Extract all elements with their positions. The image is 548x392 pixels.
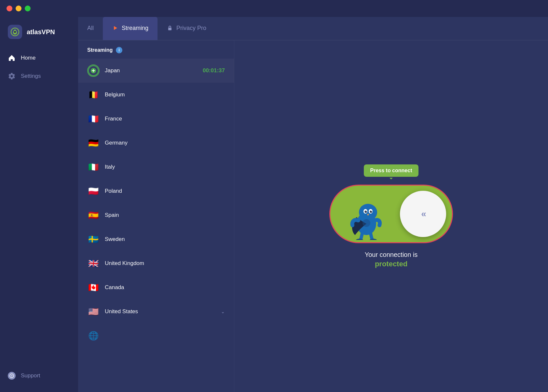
play-icon [112,25,118,31]
section-title: Streaming [87,47,113,53]
server-item-spain[interactable]: 🇪🇸 Spain [78,203,234,227]
knob-arrows-icon: « [421,209,425,219]
sidebar-item-support[interactable]: ? Support [8,367,70,384]
server-name-poland: Poland [105,188,225,194]
server-name-united-kingdom: United Kingdom [105,260,225,267]
tab-all-label: All [87,25,94,32]
server-item-more[interactable]: 🌐 [78,324,234,348]
server-name-sweden: Sweden [105,236,225,243]
tab-bar: All Streaming [78,17,548,40]
connection-status-line1: Your connection is [365,251,418,259]
minimize-button[interactable] [16,6,21,11]
app-body: atlasVPN Home [0,17,548,392]
title-bar [0,0,548,17]
app-window: atlasVPN Home [0,0,548,392]
server-item-japan[interactable]: Japan 00:01:37 [78,59,234,83]
toggle-knob: « [400,191,446,237]
logo-area: atlasVPN [0,25,78,49]
server-item-france[interactable]: 🇫🇷 France [78,107,234,131]
sidebar-item-home[interactable]: Home [0,49,78,66]
main-content: All Streaming [78,17,548,392]
server-name-japan: Japan [105,67,198,74]
sidebar-bottom: ? Support [0,367,78,384]
sidebar-item-settings-label: Settings [21,73,41,79]
logo-icon [8,25,22,39]
server-item-belgium[interactable]: 🇧🇪 Belgium [78,83,234,107]
maximize-button[interactable] [25,6,31,11]
tab-streaming-label: Streaming [122,25,148,32]
section-header: Streaming i [78,47,234,59]
svg-point-1 [14,31,16,33]
server-item-italy[interactable]: 🇮🇹 Italy [78,155,234,179]
chevron-down-icon: ⌄ [221,309,225,314]
right-panel: Press to connect [234,40,548,392]
tab-privacy-pro[interactable]: Privacy Pro [158,17,215,40]
lock-icon [167,25,173,31]
connection-status: Your connection is protected [365,251,418,268]
connected-indicator [87,64,100,77]
tab-privacy-pro-label: Privacy Pro [176,25,206,32]
mascot-area [336,186,400,242]
sidebar: atlasVPN Home [0,17,78,392]
server-name-united-states: United States [105,308,216,315]
server-name-germany: Germany [105,140,225,146]
server-name-belgium: Belgium [105,91,225,98]
server-name-france: France [105,116,225,122]
sidebar-item-home-label: Home [21,55,35,61]
flag-spain: 🇪🇸 [87,209,100,221]
flag-poland: 🇵🇱 [87,185,100,197]
flag-canada: 🇨🇦 [87,281,100,294]
content-split: Streaming i [78,40,548,392]
home-icon [8,54,16,62]
server-list-panel[interactable]: Streaming i [78,40,234,392]
connect-tooltip: Press to connect [364,164,419,177]
svg-point-18 [366,210,366,211]
svg-text:?: ? [11,374,13,378]
server-name-canada: Canada [105,284,225,291]
flag-sweden: 🇸🇪 [87,233,100,245]
server-item-united-kingdom[interactable]: 🇬🇧 United Kingdom [78,251,234,275]
flag-italy: 🇮🇹 [87,161,100,173]
support-icon: ? [8,372,16,380]
flag-france: 🇫🇷 [87,113,100,125]
tab-all[interactable]: All [78,17,103,40]
sidebar-item-settings[interactable]: Settings [0,68,78,85]
tab-streaming[interactable]: Streaming [103,17,158,40]
close-button[interactable] [7,6,12,11]
connection-timer: 00:01:37 [203,67,225,74]
flag-belgium: 🇧🇪 [87,89,100,101]
settings-icon [8,72,16,80]
sidebar-support-label: Support [21,372,40,379]
logo-text: atlasVPN [27,28,55,36]
server-item-united-states[interactable]: 🇺🇸 United States ⌄ [78,300,234,324]
flag-united-kingdom: 🇬🇧 [87,257,100,270]
server-item-sweden[interactable]: 🇸🇪 Sweden [78,227,234,251]
mascot-svg [345,188,391,240]
flag-united-states: 🇺🇸 [87,305,100,318]
server-item-poland[interactable]: 🇵🇱 Poland [78,179,234,203]
svg-marker-4 [114,26,117,30]
server-name-italy: Italy [105,164,225,170]
server-item-canada[interactable]: 🇨🇦 Canada [78,275,234,300]
server-name-spain: Spain [105,212,225,218]
svg-point-19 [371,210,372,211]
flag-germany: 🇩🇪 [87,137,100,149]
connect-toggle-button[interactable]: « [329,185,453,243]
flag-more: 🌐 [87,329,100,342]
svg-point-11 [359,204,377,221]
server-item-germany[interactable]: 🇩🇪 Germany [78,131,234,155]
svg-point-20 [363,219,370,227]
info-icon[interactable]: i [116,47,122,53]
connect-area: Press to connect [329,164,453,268]
svg-rect-5 [168,28,171,30]
connection-status-line2: protected [365,260,418,268]
nav-items: Home Settings [0,49,78,367]
